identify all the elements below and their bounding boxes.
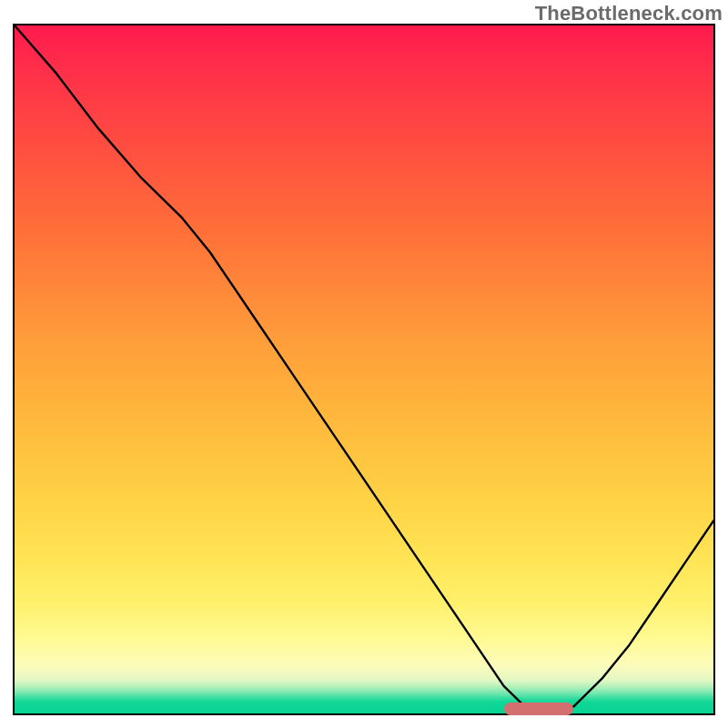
chart-container: TheBottleneck.com [0, 0, 728, 728]
watermark-text: TheBottleneck.com [535, 2, 723, 25]
optimal-marker [504, 703, 574, 715]
curve-layer [15, 25, 713, 713]
bottleneck-curve [15, 25, 713, 710]
plot-area [13, 24, 715, 715]
